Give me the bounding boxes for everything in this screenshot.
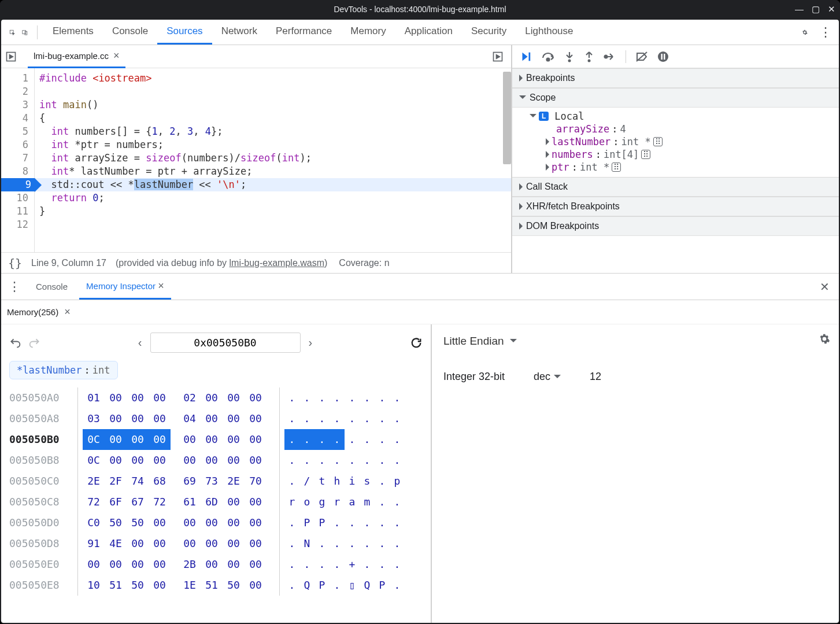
drawer-tab-memory-inspector[interactable]: Memory Inspector × [79,274,171,300]
drawer-close-icon[interactable]: ✕ [820,280,830,294]
more-icon[interactable]: ⋮ [819,26,832,39]
drawer-tab-console[interactable]: Console [29,276,75,297]
main-tab-console[interactable]: Console [103,20,157,45]
xhr-pane[interactable]: XHR/fetch Breakpoints [512,197,839,216]
main-toolbar: ElementsConsoleSourcesNetworkPerformance… [1,20,839,45]
settings-icon[interactable] [818,333,831,345]
more-tabs-icon[interactable] [491,50,504,63]
format-select[interactable]: dec [534,371,561,383]
redo-icon[interactable] [29,337,40,349]
scope-var-lastNumber[interactable]: lastNumber: int * ⠿ [546,135,839,148]
step-out-icon[interactable] [584,51,594,62]
scope-var-ptr[interactable]: ptr: int * ⠿ [546,161,839,173]
main-tab-memory[interactable]: Memory [341,20,395,45]
close-icon[interactable]: × [64,306,71,318]
hex-viewer[interactable]: 005050A00100000002000000........005050A8… [9,387,423,596]
format-icon[interactable]: {} [8,256,22,270]
window-minimize[interactable]: — [795,4,804,14]
memory-icon[interactable]: ⠿ [641,150,650,159]
svg-point-7 [568,59,571,62]
window-maximize[interactable]: ▢ [812,4,820,14]
main-tab-application[interactable]: Application [395,20,462,45]
scrollbar[interactable] [503,72,511,164]
resume-small-icon[interactable] [5,50,17,63]
next-page-icon[interactable]: › [309,336,313,349]
dom-pane[interactable]: DOM Breakpoints [512,216,839,236]
close-icon[interactable]: × [158,280,164,291]
coverage-label: Coverage: n [339,258,389,268]
close-icon[interactable]: × [113,50,120,62]
undo-icon[interactable] [9,337,21,349]
step-into-icon[interactable] [564,51,575,62]
wasm-link[interactable]: lmi-bug-example.wasm [230,258,325,268]
svg-point-9 [605,55,608,58]
memory-icon[interactable]: ⠿ [612,163,621,172]
refresh-icon[interactable] [410,337,423,349]
svg-rect-13 [664,54,665,60]
breakpoints-pane[interactable]: Breakpoints [512,68,839,88]
execution-pointer: 9 [1,178,35,191]
svg-rect-12 [661,54,663,60]
scope-pane[interactable]: Scope [512,88,839,108]
window-close[interactable]: ✕ [828,4,835,14]
step-icon[interactable] [604,51,616,62]
highlight-chip[interactable]: *lastNumber: int [9,361,118,379]
svg-point-6 [547,58,550,61]
decoded-value: 12 [590,371,601,383]
memory-icon[interactable]: ⠿ [653,137,663,146]
drawer-more-icon[interactable]: ⋮ [5,279,24,294]
cursor-position: Line 9, Column 17 [31,258,106,268]
endian-select[interactable]: Little Endian [443,335,827,348]
svg-rect-1 [23,30,26,34]
scope-var-arraySize[interactable]: arraySize: 4 [546,123,839,135]
memory-tab[interactable]: Memory(256) [7,307,58,317]
deactivate-breakpoints-icon[interactable] [635,51,648,62]
address-input[interactable] [150,333,301,353]
settings-icon[interactable] [798,26,811,39]
file-tab-label: lmi-bug-example.cc [34,51,109,61]
prev-page-icon[interactable]: ‹ [138,336,142,349]
scope-local-label: Local [554,110,584,122]
value-type: Integer 32-bit [443,371,505,383]
window-titlebar: DevTools - localhost:4000/lmi-bug-exampl… [0,0,840,19]
main-tab-elements[interactable]: Elements [43,20,103,45]
code-editor[interactable]: 9 123456789101112 #include <iostream> in… [1,68,511,252]
svg-rect-5 [529,52,531,61]
main-tab-lighthouse[interactable]: Lighthouse [516,20,582,45]
svg-point-11 [658,51,668,62]
pause-exceptions-icon[interactable] [657,51,669,62]
file-tab[interactable]: lmi-bug-example.cc × [28,45,125,68]
main-tab-performance[interactable]: Performance [267,20,341,45]
svg-point-8 [588,59,591,62]
inspect-icon[interactable] [6,26,18,39]
scope-var-numbers[interactable]: numbers: int[4] ⠿ [546,148,839,161]
window-title: DevTools - localhost:4000/lmi-bug-exampl… [334,5,506,14]
debug-toolbar [512,45,839,68]
resume-icon[interactable] [519,50,532,63]
callstack-pane[interactable]: Call Stack [512,177,839,197]
main-tab-security[interactable]: Security [462,20,516,45]
main-tab-network[interactable]: Network [212,20,267,45]
main-tab-sources[interactable]: Sources [157,20,212,45]
device-toggle-icon[interactable] [18,26,31,39]
step-over-icon[interactable] [541,51,555,62]
